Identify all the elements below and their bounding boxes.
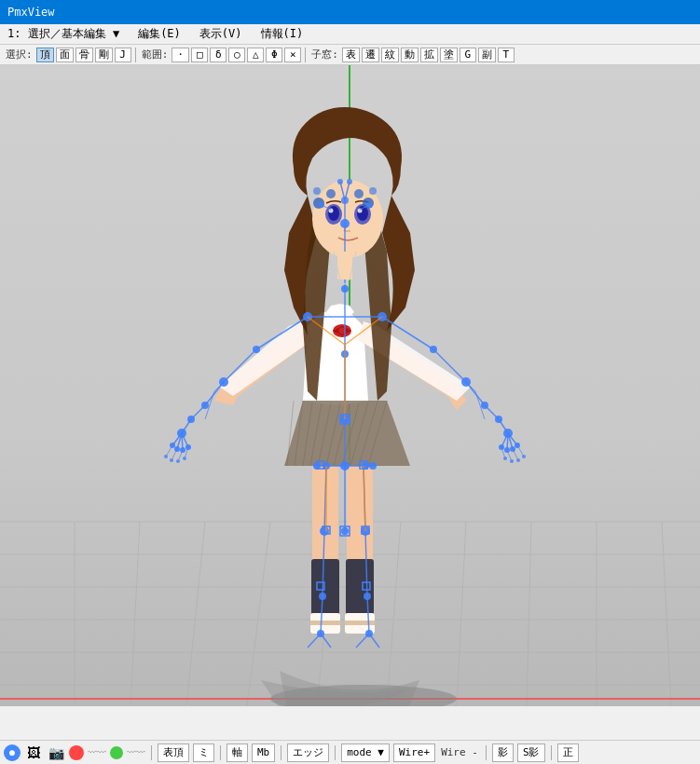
svg-point-105	[430, 346, 437, 353]
subwin-fuku-btn[interactable]: 副	[478, 48, 496, 62]
svg-point-109	[503, 429, 513, 438]
range-dot-btn[interactable]: ・	[172, 48, 189, 62]
svg-point-148	[170, 458, 173, 462]
range-label: 範囲:	[140, 48, 171, 61]
view-menu[interactable]: 表示(V)	[196, 24, 246, 44]
status-icon-6[interactable]	[110, 746, 123, 759]
svg-point-54	[354, 189, 364, 198]
svg-point-155	[522, 455, 526, 458]
status-icon-3[interactable]: 📷	[47, 744, 65, 762]
svg-point-103	[177, 429, 186, 438]
svg-point-157	[510, 459, 514, 463]
subwin-kaku-btn[interactable]: 拡	[420, 48, 438, 62]
svg-point-158	[503, 457, 507, 460]
status-icon-2[interactable]: 🖼	[24, 744, 43, 762]
info-menu[interactable]: 情報(I)	[257, 24, 308, 44]
svg-point-112	[319, 593, 326, 600]
subwin-hyou-btn[interactable]: 表	[342, 48, 360, 62]
status-bar: ● 🖼 📷 〰〰 〰〰 表頂 ミ 軸 Mb エッジ mode ▼ Wire+ W…	[0, 740, 700, 764]
range-delta-btn[interactable]: δ	[210, 48, 226, 62]
range-triangle-btn[interactable]: △	[247, 48, 264, 62]
wire-label: Wire -	[439, 746, 480, 758]
mode-btn[interactable]: mode ▼	[341, 744, 390, 762]
svg-point-150	[183, 457, 186, 460]
select-face-btn[interactable]: 面	[56, 48, 74, 62]
svg-point-52	[313, 187, 321, 195]
model-svg	[0, 65, 700, 706]
svg-point-165	[366, 202, 372, 208]
select-rigid-btn[interactable]: 剛	[95, 48, 113, 62]
toolbar: 選択: 頂 面 骨 剛 J 範囲: ・ □ δ ○ △ Φ × 子窓: 表 遷 …	[0, 45, 700, 65]
status-sep-1	[151, 745, 152, 760]
svg-point-161	[347, 179, 352, 184]
status-sep-3	[281, 745, 281, 760]
subwindow-label: 子窓:	[309, 48, 340, 61]
separator-1	[135, 48, 136, 62]
svg-point-160	[337, 179, 343, 184]
subwin-dou-btn[interactable]: 動	[401, 48, 419, 62]
svg-rect-37	[311, 559, 339, 615]
range-rect-btn[interactable]: □	[191, 48, 208, 62]
svg-point-90	[340, 219, 350, 228]
select-joint-btn[interactable]: J	[115, 48, 131, 62]
subwin-mon-btn[interactable]: 紋	[381, 48, 399, 62]
edge-btn[interactable]: エッジ	[287, 744, 329, 762]
svg-point-51	[326, 189, 336, 198]
svg-rect-41	[310, 621, 340, 625]
svg-point-97	[369, 462, 377, 470]
status-icon-7[interactable]: 〰〰	[127, 744, 145, 762]
select-bone-btn[interactable]: 骨	[75, 48, 93, 62]
svg-point-102	[187, 416, 195, 423]
subwin-t-btn[interactable]: T	[498, 48, 515, 62]
axis-btn[interactable]: 軸	[226, 744, 248, 762]
hyoucho-btn[interactable]: 表頂	[158, 744, 189, 762]
range-phi-btn[interactable]: Φ	[266, 48, 282, 62]
sshadow-btn[interactable]: S影	[517, 744, 545, 762]
svg-point-149	[176, 459, 180, 463]
svg-point-159	[341, 197, 349, 204]
svg-point-91	[341, 285, 349, 293]
mode-menu[interactable]: 1: 選択／基本編集 ▼	[4, 24, 123, 44]
range-cross-btn[interactable]: ×	[284, 48, 301, 62]
separator-2	[305, 48, 306, 62]
mi-btn[interactable]: ミ	[193, 744, 214, 762]
model-container	[0, 65, 700, 706]
svg-point-46	[328, 206, 339, 221]
shadow-btn[interactable]: 影	[492, 744, 514, 762]
status-icon-1[interactable]: ●	[4, 744, 21, 761]
menu-bar: 1: 選択／基本編集 ▼ 編集(E) 表示(V) 情報(I)	[0, 24, 700, 45]
svg-point-94	[340, 461, 350, 471]
status-icon-4[interactable]	[69, 745, 84, 760]
svg-point-116	[364, 593, 371, 600]
svg-point-99	[253, 346, 260, 353]
status-sep-5	[486, 745, 487, 760]
svg-point-101	[201, 402, 209, 409]
status-sep-6	[551, 745, 552, 760]
subwin-nuri-btn[interactable]: 塗	[440, 48, 458, 62]
status-icon-5[interactable]: 〰〰	[88, 744, 106, 762]
wireplus-btn[interactable]: Wire+	[393, 744, 435, 762]
svg-point-113	[317, 630, 324, 637]
svg-point-107	[481, 402, 488, 409]
edit-menu[interactable]: 編集(E)	[134, 24, 185, 44]
svg-point-108	[495, 416, 502, 423]
ortho-btn[interactable]: 正	[557, 744, 579, 762]
select-vertex-btn[interactable]: 頂	[36, 48, 54, 62]
range-circle-btn[interactable]: ○	[228, 48, 245, 62]
svg-rect-42	[345, 621, 375, 625]
title-bar: PmxView	[0, 0, 700, 24]
viewport[interactable]	[0, 65, 700, 706]
svg-point-55	[369, 187, 377, 195]
mb-btn[interactable]: Mb	[252, 744, 275, 762]
svg-point-147	[164, 455, 168, 458]
status-sep-2	[220, 745, 221, 760]
svg-point-117	[365, 630, 373, 637]
svg-point-156	[516, 458, 520, 462]
status-sep-4	[335, 745, 336, 760]
select-label: 選択:	[4, 48, 34, 61]
app-title: PmxView	[7, 6, 55, 19]
subwin-g-btn[interactable]: G	[460, 48, 476, 62]
subwin-sen-btn[interactable]: 遷	[362, 48, 379, 62]
svg-point-95	[341, 527, 349, 535]
svg-point-164	[319, 202, 324, 208]
